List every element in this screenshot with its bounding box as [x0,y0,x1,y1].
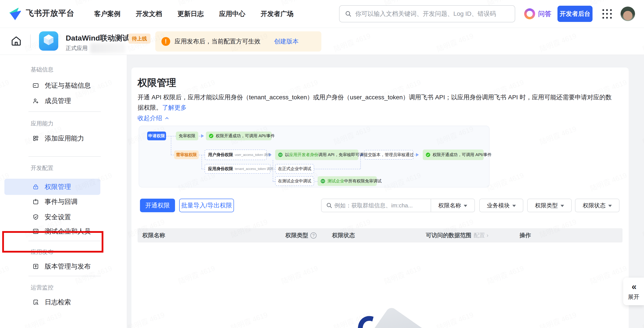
logo-text: 飞书开放平台 [26,8,74,19]
page-title: 权限管理 [138,76,176,89]
lock-icon [32,183,39,190]
apps-grid-icon[interactable] [602,9,612,19]
filter-permission-status[interactable]: 权限状态 [575,199,620,212]
connector [414,155,416,155]
sidebar-item-security[interactable]: 安全设置 [4,209,100,225]
sidebar-item-credentials[interactable]: 凭证与基础信息 [4,78,100,93]
sidebar-item-members[interactable]: 成员管理 [4,93,100,109]
filter-business-module[interactable]: 业务模块 [479,199,523,212]
app-header-bar: DataWind联动测试 待上线 正式应用 ! 应用发布后，当前配置方可生效 创… [0,28,644,55]
menu-item-cases[interactable]: 客户案例 [94,10,120,19]
feishu-logo[interactable]: 飞书开放平台 [9,7,74,20]
node-formal-debug: 在正式企业中调试 [275,164,314,174]
batch-import-export-button[interactable]: 批量导入/导出权限 [179,199,234,212]
top-menu: 客户案例 开发文档 更新日志 应用中心 开发者广场 [94,0,294,28]
filter-permission-name[interactable]: 权限名称 [431,202,474,209]
menu-item-docs[interactable]: 开发文档 [136,10,162,19]
global-search-box[interactable] [339,5,515,22]
menu-item-dev-square[interactable]: 开发者广场 [261,10,294,19]
expand-panel-button[interactable]: « 展开 [623,277,644,305]
help-question-icon[interactable]: ? [310,232,316,238]
developer-console-button[interactable]: 开发者后台 [558,6,592,22]
connector [199,136,201,136]
menu-item-changelog[interactable]: 更新日志 [178,10,204,19]
sidebar-item-add-capability[interactable]: 添加应用能力 [4,130,100,146]
page-description: 开通 API 权限后，应用才能以应用身份（tenant_access_token… [138,92,617,113]
config-label: 配置 [474,232,485,238]
test-post: 中所有权限免审调试 [344,179,382,183]
sidebar-item-permissions[interactable]: 权限管理 [4,179,100,195]
double-chevron-left-icon: « [632,282,636,291]
collapse-intro-link[interactable]: 收起介绍 [138,114,170,122]
sidebar-item-version-release[interactable]: 版本管理与发布 [4,258,100,274]
warning-icon: ! [162,37,170,46]
top-navigation-bar: 飞书开放平台 客户案例 开发文档 更新日志 应用中心 开发者广场 问答 开发者后… [0,0,644,28]
description-text: 开通 API 权限后，应用才能以应用身份（tenant_access_token… [138,94,612,111]
dev-pre: 以 [285,152,289,157]
chevron-down-icon [464,205,467,207]
publish-icon [32,263,39,270]
filter-permission-type[interactable]: 权限类型 [527,199,572,212]
feishu-logo-icon [9,7,22,20]
permission-search-input[interactable] [332,202,431,209]
sidebar-item-log-search[interactable]: 日志检索 [4,294,100,310]
user-token-label: user_access_token 调用 [235,153,270,157]
col-permission-name: 权限名称 [142,228,165,242]
shield-check-icon [32,214,39,220]
sidebar-divider [28,111,101,112]
global-search-input[interactable] [355,10,510,17]
sidebar-item-label: 权限管理 [45,182,71,191]
sidebar-divider [28,276,101,276]
sidebar-item-label: 版本管理与发布 [45,262,91,271]
id-card-icon [32,82,39,89]
filter-label: 权限名称 [438,202,461,209]
dev-debug-text: 以应用开发者身份调用 API，免审核即可调试 [285,152,368,158]
col-label: 权限类型 [286,231,308,239]
qa-label: 问答 [538,10,551,19]
qa-entry[interactable]: 问答 [524,8,551,19]
dev-green: 应用开发者身份 [289,152,318,157]
col-data-scope: 可访问的数据范围 配置 › [426,228,488,242]
search-icon [326,202,332,209]
sidebar-item-label: 安全设置 [45,213,71,222]
open-permission-button[interactable]: 开通权限 [140,199,175,212]
connector [202,169,204,169]
chevron-right-icon: › [486,232,488,238]
menu-item-app-center[interactable]: 应用中心 [219,10,245,19]
section-app-capability: 应用能力 [31,120,54,127]
tenant-token-label: tenant_access_token 调用 [235,167,273,171]
create-version-link[interactable]: 创建版本 [274,37,298,46]
node-success-2: 权限开通成功，可调用 API/事件 [423,150,484,160]
sidebar-item-label: 凭证与基础信息 [45,81,91,90]
sidebar-item-events[interactable]: 事件与回调 [4,194,100,210]
sidebar-item-test-company[interactable]: 测试企业和人员 [4,223,100,239]
sidebar-divider [28,156,101,157]
connector [314,169,360,169]
member-add-icon [32,98,39,104]
col-label: 可访问的数据范围 [426,231,472,239]
app-name: DataWind联动测试 [66,33,130,43]
connector [171,155,174,155]
connector [171,136,171,155]
event-callback-icon [32,198,39,205]
code-icon [32,228,39,235]
success-text: 权限开通成功，可调用 API/事件 [432,152,492,158]
expand-label: 展开 [628,293,640,301]
chevron-up-icon [164,116,170,121]
chevron-down-icon [608,205,612,207]
home-icon[interactable] [10,35,22,47]
learn-more-link[interactable]: 了解更多 [162,104,187,111]
col-permission-status: 权限状态 [332,228,355,242]
banner-text: 应用发布后，当前配置方可生效 [174,37,260,46]
header-divider [30,35,31,48]
debug-circle-icon [278,152,283,157]
permission-management-card: 权限管理 开通 API 权限后，应用才能以应用身份（tenant_access_… [132,68,629,328]
user-avatar[interactable] [620,7,635,21]
app-icon [39,31,58,51]
arrow-right-icon [201,134,204,138]
node-apply-permission: 申请权限 [147,132,166,140]
debug-circle-icon [320,178,326,184]
col-permission-type: 权限类型 ? [286,228,316,242]
redacted-app-id [90,43,125,53]
scope-config-link[interactable]: 配置 › [474,231,488,239]
